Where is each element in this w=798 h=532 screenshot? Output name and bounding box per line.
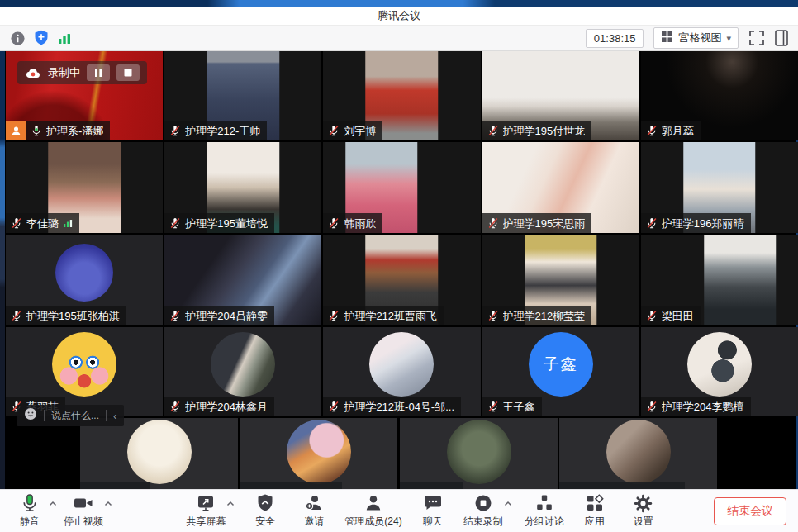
- participant-tile[interactable]: [559, 418, 717, 489]
- end-meeting-button[interactable]: 结束会议: [714, 497, 786, 525]
- participant-tile[interactable]: [400, 418, 558, 489]
- manage-members-button[interactable]: 管理成员(24): [344, 493, 401, 529]
- apps-label: 应用: [585, 515, 605, 529]
- collapse-chat-icon[interactable]: ‹: [113, 410, 116, 422]
- participant-tile[interactable]: 李佳璐: [6, 142, 163, 233]
- stop-recording-button[interactable]: [116, 64, 140, 81]
- grid-row: 录制中护理系-潘娜护理学212-王帅刘宇博护理学195付世龙郭月蕊: [6, 51, 798, 140]
- breakout-squares-icon: [534, 493, 554, 513]
- fullscreen-icon[interactable]: [748, 30, 765, 46]
- stop-video-button[interactable]: 停止视频: [64, 493, 103, 529]
- participant-name: 护理学195班张柏淇: [26, 311, 120, 321]
- participant-name: 护理系-潘娜: [46, 126, 103, 136]
- participant-avatar: [55, 244, 113, 302]
- member-icon: [10, 125, 22, 137]
- participant-avatar: [687, 332, 752, 397]
- camera-icon: [73, 493, 94, 513]
- participant-tile[interactable]: 韩雨欣: [323, 142, 480, 233]
- participant-nameplate: 郭月蕊: [641, 121, 701, 140]
- pause-recording-button[interactable]: [87, 64, 110, 81]
- participant-tile[interactable]: 护理学195宋思雨: [482, 142, 639, 233]
- chat-placeholder[interactable]: 说点什么...: [51, 409, 99, 423]
- muted-mic-icon: [646, 310, 658, 321]
- stop-record-icon: [473, 493, 493, 513]
- apps-grid-icon: [585, 493, 605, 513]
- participant-name: 护理学204林鑫月: [185, 401, 268, 412]
- breakout-rooms-label: 分组讨论: [525, 515, 564, 529]
- network-signal-icon[interactable]: [57, 31, 72, 45]
- chevron-up-icon[interactable]: [226, 501, 235, 506]
- participant-nameplate: 护理学196郑丽晴: [641, 213, 751, 233]
- security-label: 安全: [255, 515, 275, 529]
- participant-tile[interactable]: 护理学195董培悦: [164, 142, 321, 233]
- share-screen-button[interactable]: 共享屏幕: [186, 493, 226, 529]
- participant-name: 王子鑫: [503, 401, 535, 412]
- participant-avatar: 子鑫: [529, 332, 593, 397]
- grid-view-icon: [661, 31, 673, 45]
- clipped-nameplate: [240, 482, 342, 489]
- participant-tile[interactable]: 录制中护理系-潘娜: [6, 51, 163, 140]
- participant-name: 梁田田: [662, 311, 694, 321]
- breakout-rooms-button[interactable]: 分组讨论: [525, 493, 564, 529]
- clipped-nameplate: [80, 482, 150, 489]
- participant-tile[interactable]: 护理学204林鑫月: [164, 327, 321, 416]
- participant-tile[interactable]: 蔡羽菲: [6, 327, 163, 416]
- mute-button[interactable]: 静音: [12, 493, 48, 529]
- chat-input-bar[interactable]: 说点什么... ‹: [17, 405, 124, 426]
- stop-video-label: 停止视频: [64, 515, 103, 529]
- participant-name: 护理学212柳莹莹: [503, 311, 586, 321]
- chevron-up-icon[interactable]: [104, 501, 112, 506]
- muted-mic-icon: [646, 217, 658, 229]
- grid-row: 护理学195班张柏淇护理学204吕静雯护理学212班曹雨飞护理学212柳莹莹梁田…: [6, 235, 798, 325]
- recording-label: 录制中: [48, 65, 80, 80]
- security-shield-icon[interactable]: [34, 30, 49, 46]
- chevron-up-icon[interactable]: [504, 501, 512, 506]
- participant-tile[interactable]: 子鑫王子鑫: [482, 327, 639, 416]
- participant-nameplate: 护理学204林鑫月: [164, 397, 274, 416]
- background-window-strip: [0, 0, 798, 7]
- invite-person-icon: [304, 493, 324, 513]
- participant-tile[interactable]: 护理学204吕静雯: [164, 235, 321, 325]
- muted-mic-icon: [487, 401, 499, 412]
- participant-name: 护理学212-王帅: [185, 126, 260, 136]
- stop-record-button[interactable]: 结束录制: [463, 493, 503, 529]
- participant-nameplate: 护理学195董培悦: [164, 213, 274, 233]
- participant-tile[interactable]: 护理学212-王帅: [164, 51, 321, 140]
- participant-avatar: [52, 332, 116, 397]
- chat-button[interactable]: 聊天: [415, 493, 451, 529]
- muted-mic-icon: [328, 401, 340, 412]
- participant-nameplate: 李佳璐: [6, 213, 79, 233]
- participant-tile[interactable]: 刘宇博: [323, 51, 480, 140]
- participant-name: 郭月蕊: [662, 126, 694, 136]
- participant-tile[interactable]: 护理学195付世龙: [482, 51, 639, 140]
- participant-tile[interactable]: 护理学204李鹦檀: [641, 327, 798, 416]
- chat-label: 聊天: [423, 515, 443, 529]
- participant-avatar: [447, 420, 511, 484]
- emoji-icon[interactable]: [24, 407, 37, 424]
- participant-tile[interactable]: 护理学196郑丽晴: [641, 142, 798, 233]
- participant-tile[interactable]: 梁田田: [641, 235, 798, 325]
- security-button[interactable]: 安全: [247, 493, 283, 529]
- participant-name: 护理学204吕静雯: [185, 311, 268, 321]
- participant-tile[interactable]: 护理学195班张柏淇: [6, 235, 163, 325]
- participant-tile[interactable]: 护理学212柳莹莹: [482, 235, 639, 325]
- chat-bubble-icon: [423, 493, 443, 513]
- settings-button[interactable]: 设置: [625, 493, 662, 529]
- side-panel-icon[interactable]: [775, 30, 788, 46]
- invite-button[interactable]: 邀请: [296, 493, 332, 529]
- participant-tile[interactable]: [240, 418, 397, 489]
- mic-icon: [20, 493, 40, 513]
- participant-tile[interactable]: [80, 418, 238, 489]
- apps-button[interactable]: 应用: [577, 493, 613, 529]
- participant-tile[interactable]: 郭月蕊: [641, 51, 798, 140]
- meeting-info-icon[interactable]: [10, 31, 26, 46]
- view-mode-select[interactable]: 宫格视图 ▾: [653, 27, 739, 49]
- participant-name: 韩雨欣: [344, 218, 376, 229]
- participant-nameplate: 王子鑫: [482, 397, 542, 416]
- grid-row: [0, 418, 798, 489]
- window-title: 腾讯会议: [378, 8, 420, 23]
- chevron-up-icon[interactable]: [49, 501, 57, 506]
- participant-nameplate: 护理学212班-04号-邹...: [323, 397, 461, 416]
- participant-tile[interactable]: 护理学212班曹雨飞: [323, 235, 480, 325]
- participant-tile[interactable]: 护理学212班-04号-邹...: [323, 327, 480, 416]
